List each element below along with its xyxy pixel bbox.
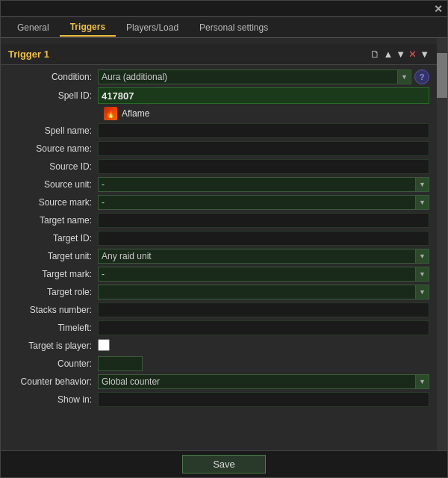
- source-unit-control: - ▼: [98, 177, 429, 192]
- source-mark-wrap: - ▼: [98, 195, 429, 210]
- condition-arrow[interactable]: ▼: [398, 69, 411, 84]
- source-unit-arrow[interactable]: ▼: [416, 177, 429, 192]
- target-role-control: ▼: [98, 285, 429, 299]
- condition-select[interactable]: Aura (additional): [98, 69, 398, 84]
- counter-behavior-wrap: Global counter ▼: [98, 374, 429, 389]
- target-is-player-control: [98, 339, 429, 353]
- tab-personal-settings[interactable]: Personal settings: [189, 19, 279, 36]
- condition-label: Condition:: [8, 72, 98, 82]
- counter-behavior-arrow[interactable]: ▼: [416, 374, 429, 389]
- save-bar: Save: [1, 450, 447, 477]
- target-mark-wrap: - ▼: [98, 267, 429, 282]
- spell-id-control: [98, 87, 429, 104]
- target-name-input[interactable]: [98, 213, 429, 228]
- target-is-player-label: Target is player:: [8, 341, 98, 351]
- stacks-number-label: Stacks number:: [8, 305, 98, 315]
- target-role-arrow[interactable]: ▼: [416, 285, 429, 299]
- spell-name-input[interactable]: [98, 123, 429, 138]
- tab-bar: General Triggers Players/Load Personal s…: [1, 17, 447, 38]
- source-id-input[interactable]: [98, 159, 429, 174]
- target-unit-row: Target unit: Any raid unit ▼: [1, 247, 437, 265]
- scrollbar-thumb[interactable]: [437, 53, 447, 98]
- stacks-number-control: [98, 302, 429, 317]
- show-in-row: Show in:: [1, 391, 437, 409]
- target-mark-label: Target mark:: [8, 269, 98, 279]
- spell-name-control: [98, 123, 429, 138]
- source-unit-row: Source unit: - ▼: [1, 176, 437, 193]
- target-is-player-checkbox[interactable]: [98, 339, 110, 351]
- target-role-row: Target role: ▼: [1, 283, 437, 301]
- source-name-input[interactable]: [98, 141, 429, 156]
- trigger-down-icon[interactable]: ▼: [396, 49, 405, 60]
- main-panel: Trigger 1 🗋 ▲ ▼ ✕ ▼ Condition: Aura (: [1, 38, 437, 450]
- condition-select-wrap: Aura (additional) ▼: [98, 69, 411, 84]
- app-window: ✕ General Triggers Players/Load Personal…: [0, 0, 448, 478]
- source-name-label: Source name:: [8, 143, 98, 154]
- counter-behavior-control: Global counter ▼: [98, 374, 429, 389]
- counter-label: Counter:: [8, 358, 98, 369]
- counter-behavior-select[interactable]: Global counter: [98, 374, 416, 389]
- target-id-input[interactable]: [98, 231, 429, 246]
- aflame-text: Aflame: [122, 108, 149, 119]
- source-mark-select[interactable]: -: [98, 195, 416, 210]
- source-mark-label: Source mark:: [8, 197, 98, 208]
- condition-row: Condition: Aura (additional) ▼ ?: [1, 68, 437, 86]
- source-mark-control: - ▼: [98, 195, 429, 210]
- source-unit-wrap: - ▼: [98, 177, 429, 192]
- condition-control: Aura (additional) ▼ ?: [98, 69, 429, 84]
- trigger-menu-icon[interactable]: ▼: [420, 49, 429, 60]
- spell-id-input[interactable]: [98, 87, 429, 104]
- target-unit-arrow[interactable]: ▼: [416, 249, 429, 264]
- target-role-select[interactable]: [98, 285, 416, 299]
- tab-players-load[interactable]: Players/Load: [116, 19, 189, 36]
- source-mark-row: Source mark: - ▼: [1, 193, 437, 211]
- target-id-row: Target ID:: [1, 229, 437, 247]
- source-mark-arrow[interactable]: ▼: [416, 195, 429, 210]
- trigger-header: Trigger 1 🗋 ▲ ▼ ✕ ▼: [1, 44, 437, 65]
- scrollbar[interactable]: [437, 38, 447, 450]
- timeleft-label: Timeleft:: [8, 323, 98, 333]
- target-name-row: Target name:: [1, 211, 437, 229]
- target-is-player-row: Target is player:: [1, 337, 437, 355]
- target-mark-select[interactable]: -: [98, 267, 416, 282]
- close-button[interactable]: ✕: [434, 3, 443, 15]
- counter-behavior-row: Counter behavior: Global counter ▼: [1, 373, 437, 391]
- spell-id-row: Spell ID:: [1, 86, 437, 105]
- show-in-input[interactable]: [98, 392, 429, 407]
- tab-triggers[interactable]: Triggers: [60, 19, 116, 37]
- show-in-label: Show in:: [8, 394, 98, 405]
- target-role-wrap: ▼: [98, 285, 429, 299]
- source-id-row: Source ID:: [1, 158, 437, 176]
- target-unit-select[interactable]: Any raid unit: [98, 249, 416, 264]
- target-unit-wrap: Any raid unit ▼: [98, 249, 429, 264]
- tab-general[interactable]: General: [7, 19, 60, 36]
- counter-behavior-label: Counter behavior:: [8, 376, 98, 387]
- trigger-new-icon[interactable]: 🗋: [370, 49, 380, 60]
- timeleft-input[interactable]: [98, 320, 429, 335]
- aflame-icon: 🔥: [104, 107, 117, 120]
- help-button[interactable]: ?: [414, 69, 429, 84]
- stacks-number-input[interactable]: [98, 302, 429, 317]
- source-id-control: [98, 159, 429, 174]
- trigger-up-icon[interactable]: ▲: [383, 49, 393, 60]
- timeleft-control: [98, 320, 429, 335]
- spell-id-label: Spell ID:: [8, 90, 98, 101]
- trigger-delete-icon[interactable]: ✕: [408, 49, 417, 60]
- target-id-label: Target ID:: [8, 233, 98, 243]
- target-mark-arrow[interactable]: ▼: [416, 267, 429, 282]
- target-unit-control: Any raid unit ▼: [98, 249, 429, 264]
- counter-row: Counter:: [1, 355, 437, 373]
- counter-input[interactable]: [98, 356, 143, 371]
- source-unit-label: Source unit:: [8, 179, 98, 190]
- spell-name-row: Spell name:: [1, 122, 437, 140]
- source-id-label: Source ID:: [8, 161, 98, 172]
- source-name-row: Source name:: [1, 140, 437, 158]
- save-button[interactable]: Save: [182, 455, 266, 474]
- stacks-number-row: Stacks number:: [1, 301, 437, 319]
- aflame-row: 🔥 Aflame: [1, 105, 437, 122]
- show-in-control: [98, 392, 429, 407]
- title-bar: ✕: [1, 1, 447, 17]
- condition-wrap: Aura (additional) ▼ ?: [98, 69, 429, 84]
- source-unit-select[interactable]: -: [98, 177, 416, 192]
- target-name-control: [98, 213, 429, 228]
